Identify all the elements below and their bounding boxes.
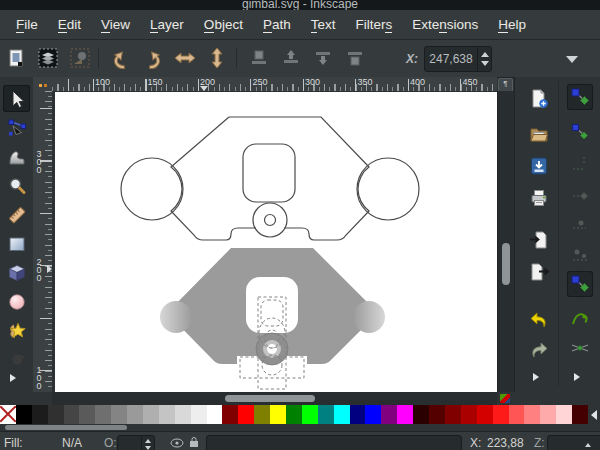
palette-swatch[interactable]	[175, 405, 191, 424]
palette-swatch[interactable]	[445, 405, 461, 424]
palette-swatch[interactable]	[286, 405, 302, 424]
canvas-drawing[interactable]	[55, 92, 497, 392]
palette-swatch[interactable]	[111, 405, 127, 424]
menu-extensions[interactable]: Extensions	[402, 13, 488, 36]
palette-scroll-left-button[interactable]	[588, 405, 600, 424]
spin-down-icon[interactable]	[481, 61, 489, 66]
palette-swatch[interactable]	[509, 405, 525, 424]
palette-swatch[interactable]	[381, 405, 397, 424]
palette-swatch[interactable]	[524, 405, 540, 424]
vertical-scrollbar-thumb[interactable]	[502, 243, 510, 285]
palette-swatch[interactable]	[365, 405, 381, 424]
select-all-layers-button[interactable]	[35, 45, 61, 71]
menu-edit[interactable]: Edit	[48, 13, 91, 36]
palette-swatch[interactable]	[143, 405, 159, 424]
vertical-scrollbar[interactable]	[497, 91, 515, 392]
palette-swatch[interactable]	[95, 405, 111, 424]
palette-swatch[interactable]	[16, 405, 32, 424]
snap-others-button[interactable]	[567, 271, 593, 297]
palette-swatch[interactable]	[238, 405, 254, 424]
tool-node-editor[interactable]	[3, 114, 30, 141]
print-button[interactable]	[526, 185, 552, 211]
canvas-viewport[interactable]	[52, 91, 497, 392]
open-document-button[interactable]	[526, 121, 552, 147]
palette-swatch[interactable]	[461, 405, 477, 424]
spin-down-icon[interactable]	[145, 446, 151, 450]
zoom-spinbox[interactable]	[547, 435, 600, 450]
palette-swatch[interactable]	[254, 405, 270, 424]
menu-text[interactable]: Text	[301, 13, 346, 36]
palette-swatch[interactable]	[540, 405, 556, 424]
palette-swatch[interactable]	[270, 405, 286, 424]
tool-zoom[interactable]	[3, 172, 30, 199]
palette-swatch[interactable]	[191, 405, 207, 424]
fill-value[interactable]: N/A	[62, 436, 82, 450]
snap-bounding-box-button[interactable]	[567, 119, 593, 145]
menu-layer[interactable]: Layer	[140, 13, 194, 36]
undo-button[interactable]	[526, 307, 552, 333]
tool-tweak[interactable]	[3, 143, 30, 170]
palette-swatch[interactable]	[127, 405, 143, 424]
palette-swatch[interactable]	[302, 405, 318, 424]
horizontal-scrollbar-thumb[interactable]	[225, 395, 315, 402]
palette-swatch-none[interactable]	[0, 405, 16, 424]
outline-figure[interactable]	[121, 117, 419, 240]
snap-path-intersections-button[interactable]	[567, 305, 593, 331]
palette-swatch[interactable]	[32, 405, 48, 424]
select-all-button[interactable]	[3, 45, 29, 71]
palette-swatch[interactable]	[556, 405, 572, 424]
menu-object[interactable]: Object	[194, 13, 253, 36]
palette-scrollbar[interactable]	[0, 424, 600, 431]
rotate-cw-button[interactable]	[140, 45, 166, 71]
tool-rectangle[interactable]	[3, 230, 30, 257]
palette-swatch[interactable]	[429, 405, 445, 424]
tool-measure[interactable]	[3, 201, 30, 228]
tool-3dbox[interactable]	[3, 259, 30, 286]
spin-up-icon[interactable]	[585, 443, 591, 447]
spin-arrows[interactable]	[582, 436, 594, 450]
spin-arrows[interactable]	[141, 436, 154, 450]
toolbox-overflow-button[interactable]	[10, 374, 16, 382]
palette-swatch[interactable]	[222, 405, 238, 424]
menu-view[interactable]: View	[91, 13, 140, 36]
spin-arrows[interactable]	[477, 47, 491, 71]
horizontal-scrollbar[interactable]	[52, 392, 497, 405]
snap-bbox-edges-button[interactable]	[567, 151, 593, 177]
spin-up-icon[interactable]	[145, 439, 151, 443]
filled-figure[interactable]	[160, 248, 385, 365]
palette-scrollbar-thumb[interactable]	[5, 425, 127, 430]
snap-nodes-button[interactable]	[567, 211, 593, 237]
palette-swatch[interactable]	[79, 405, 95, 424]
snap-overflow-button[interactable]	[574, 373, 580, 381]
flip-horizontal-button[interactable]	[172, 45, 198, 71]
palette-swatch[interactable]	[318, 405, 334, 424]
palette-swatch[interactable]	[572, 405, 588, 424]
palette-swatch[interactable]	[493, 405, 509, 424]
palette-swatch[interactable]	[64, 405, 80, 424]
snap-enable-button[interactable]	[567, 84, 593, 110]
lower-to-bottom-button[interactable]	[342, 45, 368, 71]
toolbar-overflow-button[interactable]	[566, 56, 578, 63]
layer-visibility-icon[interactable]	[170, 438, 184, 448]
menu-path[interactable]: Path	[253, 13, 301, 36]
palette-swatch[interactable]	[334, 405, 350, 424]
commands-overflow-button[interactable]	[533, 373, 539, 381]
spin-up-icon[interactable]	[481, 52, 489, 57]
menu-help[interactable]: Help	[488, 13, 536, 36]
layer-lock-icon[interactable]	[189, 437, 199, 448]
menu-filters[interactable]: Filters	[345, 13, 402, 36]
tool-ellipse[interactable]	[3, 288, 30, 315]
lower-button[interactable]	[310, 45, 336, 71]
tool-selector[interactable]	[3, 85, 30, 112]
flip-vertical-button[interactable]	[204, 45, 230, 71]
snap-intersection-button[interactable]	[567, 335, 593, 361]
snap-paths-button[interactable]	[567, 241, 593, 267]
opacity-spinbox[interactable]	[117, 435, 155, 450]
menu-file[interactable]: File	[6, 13, 48, 36]
export-button[interactable]	[526, 259, 552, 285]
snap-bbox-corners-button[interactable]	[567, 181, 593, 207]
ruler-corner-button[interactable]: ¶	[498, 78, 513, 92]
palette-swatch[interactable]	[48, 405, 64, 424]
import-button[interactable]	[526, 227, 552, 253]
color-managed-display-toggle[interactable]	[500, 394, 510, 403]
